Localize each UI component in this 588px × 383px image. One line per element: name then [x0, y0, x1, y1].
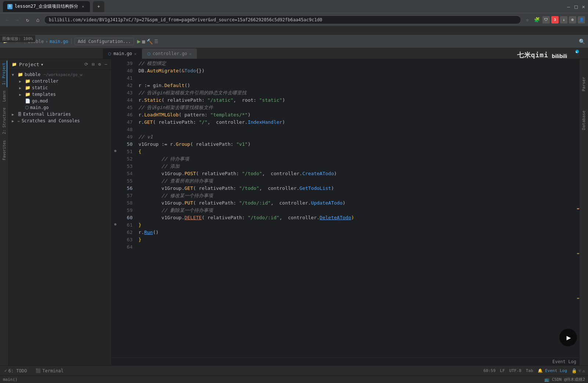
settings-icon[interactable]: ⚙	[97, 61, 102, 67]
ln-49: 49	[119, 133, 133, 141]
run-config-btn[interactable]: Add Configuration...	[75, 38, 134, 45]
gutter-47	[112, 118, 119, 125]
refresh-btn[interactable]: ↻	[24, 16, 32, 24]
tab-close-main[interactable]: ✕	[134, 52, 137, 56]
tree-item-controller[interactable]: ▶ 📁 controller	[9, 78, 111, 84]
code-line-63: }	[136, 236, 574, 243]
ln-40: 40	[119, 67, 133, 75]
bottom-tab-terminal[interactable]: ⬛ Terminal	[34, 368, 65, 374]
left-tab-structure[interactable]: 2: Structure	[1, 105, 7, 136]
run-method: Run	[144, 229, 153, 236]
ln-56: 56	[119, 185, 133, 192]
left-tab-favorites[interactable]: Favorites	[1, 138, 7, 162]
gutter-51	[112, 147, 119, 155]
gutter-50	[112, 140, 119, 147]
scratches-icon: ✏	[18, 119, 20, 123]
folder-icon-controller: 📁	[25, 79, 30, 84]
event-log-btn[interactable]: 🔔 Event Log	[538, 368, 567, 373]
code-line-60: v1Group.DELETE( relativePath: "/todo/:id…	[136, 214, 574, 221]
gutter-area	[112, 59, 119, 357]
main-go-breadcrumb: main.go	[50, 39, 68, 44]
ln-52: 52	[119, 155, 133, 163]
main-func-label: main()	[3, 377, 18, 382]
tree-item-static[interactable]: ▶ 📁 static	[9, 84, 111, 91]
csdn-credit: 📺 CSDN @待木成桃2	[544, 377, 585, 382]
encoding-display: UTF-8	[509, 368, 522, 373]
minimize-btn[interactable]: —	[567, 4, 570, 10]
folder-icon-bubble: 📁	[18, 72, 23, 77]
arrow-controller: ▶	[19, 79, 24, 83]
collapse-icon[interactable]: ⊟	[91, 61, 95, 67]
tree-item-bubble[interactable]: ▼ 📁 bubble ~/workspace/go_w	[9, 71, 111, 78]
ide-toolbar: 📁 ↩ ⟲ bubble › main.go Add Configuration…	[0, 35, 588, 48]
code-line-55: // 查看所有的待办事项	[136, 177, 574, 185]
close-btn[interactable]: ✕	[582, 4, 585, 10]
tab-title: lesson27_企业级项目结构拆分	[15, 3, 78, 10]
ln-48: 48	[119, 126, 133, 133]
tree-item-main-go[interactable]: ▶ ⬡ main.go	[9, 104, 111, 111]
toolbar-sep-2	[71, 39, 72, 44]
url-bar[interactable]: bilibili.com/video/BV1gJ411p7xC/?p=27&sp…	[44, 15, 521, 24]
ln-45: 45	[119, 104, 133, 111]
code-area[interactable]: // 模型绑定 DB.AutoMigrate(&Todo{}) r := gin…	[136, 59, 574, 357]
coverage-btn[interactable]: ☰	[154, 39, 158, 44]
tree-item-ext-libs[interactable]: ▶ 🗄 External Libraries	[9, 111, 111, 118]
browser-nav-bar: ← → ↻ ⌂ bilibili.com/video/BV1gJ411p7xC/…	[0, 13, 588, 26]
tree-item-gomod[interactable]: ▶ 📄 go.mod	[9, 98, 111, 104]
ln-44: 44	[119, 97, 133, 104]
browser-chrome: B lesson27_企业级项目结构拆分 ✕ + — □ ✕ ← → ↻ ⌂ b…	[0, 0, 588, 35]
gutter-45	[112, 103, 119, 111]
home-btn[interactable]: ⌂	[34, 16, 42, 24]
left-tab-learn[interactable]: Learn	[1, 88, 7, 104]
tree-item-scratches[interactable]: ▶ ✏ Scratches and Consoles	[9, 118, 111, 124]
tab-label-main: main.go	[113, 51, 132, 56]
gutter-48	[112, 125, 119, 133]
left-tab-project[interactable]: 1: Project	[1, 61, 7, 87]
bottom-tab-todo[interactable]: ✓ 6: TODO	[3, 368, 28, 374]
terminal-icon: ⬛	[36, 368, 41, 373]
browser-tab-active[interactable]: B lesson27_企业级项目结构拆分 ✕	[3, 1, 90, 12]
bookmarks-btn[interactable]: ☆	[523, 16, 531, 24]
file-icon-gomod: 📄	[25, 98, 30, 104]
sidebar-folder-icon: 📁	[12, 62, 17, 67]
ln-43: 43	[119, 89, 133, 97]
csdn-icon: 📺	[544, 377, 549, 382]
close-sidebar-icon[interactable]: —	[104, 61, 108, 67]
code-line-45: // 告诉gin框架去哪里找模板文件	[136, 104, 574, 111]
sync-icon[interactable]: ⟳	[83, 61, 89, 67]
right-scrollbar[interactable]	[574, 59, 579, 357]
extensions-btn[interactable]: 🧩	[533, 16, 541, 24]
line-ending-display: LF	[500, 368, 505, 373]
ext-icon-user: 👤	[578, 16, 585, 24]
file-icon-main: ⬡	[25, 105, 29, 110]
browser-new-tab[interactable]: +	[93, 1, 104, 12]
forward-btn[interactable]: →	[13, 16, 21, 24]
tab-close-btn[interactable]: ✕	[80, 4, 86, 9]
ln-55: 55	[119, 177, 133, 185]
ext-libs-icon: 🗄	[18, 112, 22, 117]
right-tab-parser[interactable]: Parser	[581, 74, 587, 94]
tab-main-go[interactable]: ⬡ main.go ✕	[103, 48, 142, 59]
play-icon: ▶	[566, 333, 571, 342]
tree-item-templates[interactable]: ▶ 📁 templates	[9, 91, 111, 98]
bubble-path: ~/workspace/go_w	[43, 72, 82, 77]
tab-close-controller[interactable]: ✕	[190, 52, 192, 56]
sidebar-header-icons: ⟳ ⊟ ⚙ —	[83, 61, 108, 67]
tab-go-icon-1: ⬡	[108, 52, 111, 56]
bottom-toolbar: ✓ 6: TODO ⬛ Terminal 60:59 LF UTF-8 Tab …	[0, 365, 588, 376]
main-go-label: main.go	[30, 105, 49, 110]
search-toolbar-btn[interactable]: 🔍	[579, 39, 585, 44]
indent-display: Tab	[526, 368, 533, 373]
code-line-47: r.GET( relativePath: "/", controller.Ind…	[136, 119, 574, 126]
todo-label: 6: TODO	[8, 368, 27, 373]
scrollbar-mark-2	[577, 253, 579, 254]
right-tab-database[interactable]: Database	[581, 108, 587, 133]
stop-btn[interactable]: ■	[142, 39, 145, 44]
sidebar-header: 📁 Project ▾ ⟳ ⊟ ⚙ —	[9, 59, 111, 70]
maximize-btn[interactable]: □	[574, 4, 577, 10]
run-btn[interactable]: ▶	[137, 38, 141, 45]
bili-play-overlay[interactable]: ▶	[559, 329, 577, 346]
back-btn[interactable]: ←	[3, 16, 11, 24]
rebuild-btn[interactable]: 🔨	[147, 39, 153, 44]
tab-controller-go[interactable]: ⬡ controller.go ✕	[142, 48, 197, 59]
